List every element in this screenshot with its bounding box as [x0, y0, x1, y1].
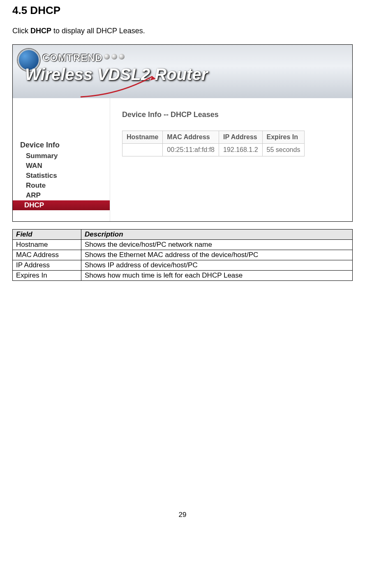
intro-suffix: to display all DHCP Leases. [51, 27, 145, 35]
field-name: Expires In [13, 271, 81, 281]
fields-header-field: Field [13, 230, 81, 240]
field-name: IP Address [13, 260, 81, 271]
sidebar-item-summary[interactable]: Summary [13, 151, 110, 161]
dhcp-leases-table: Hostname MAC Address IP Address Expires … [122, 131, 305, 156]
field-name: Hostname [13, 240, 81, 250]
table-row: 00:25:11:af:fd:f8 192.168.1.2 55 seconds [122, 144, 305, 156]
page-number: 29 [12, 511, 353, 519]
fields-header-desc: Description [81, 230, 353, 240]
table-header-row: Hostname MAC Address IP Address Expires … [122, 131, 305, 144]
sidebar-item-dhcp[interactable]: DHCP [13, 200, 110, 210]
fields-row: Hostname Shows the device/host/PC networ… [13, 240, 353, 250]
section-title: 4.5 DHCP [12, 4, 353, 17]
field-name: MAC Address [13, 250, 81, 260]
intro-text: Click DHCP to display all DHCP Leases. [12, 27, 353, 35]
router-screenshot: COMTREND Wireless VDSL2 Router Device In… [12, 44, 353, 222]
fields-row: IP Address Shows IP address of device/ho… [13, 260, 353, 271]
field-desc: Shows the Ethernet MAC address of the de… [81, 250, 353, 260]
cell-hostname [122, 144, 163, 156]
product-title: Wireless VDSL2 Router [25, 65, 208, 84]
sidebar-item-route[interactable]: Route [13, 181, 110, 191]
sidebar-item-wan[interactable]: WAN [13, 161, 110, 171]
cell-mac: 00:25:11:af:fd:f8 [163, 144, 219, 156]
cell-expires: 55 seconds [262, 144, 305, 156]
brand-text: COMTREND [42, 52, 103, 64]
decor-dots [104, 54, 125, 60]
intro-prefix: Click [12, 27, 30, 35]
intro-bold: DHCP [30, 27, 51, 35]
sidebar-heading[interactable]: Device Info [13, 139, 110, 151]
field-desc: Shows the device/host/PC network name [81, 240, 353, 250]
fields-row: MAC Address Shows the Ethernet MAC addre… [13, 250, 353, 260]
sidebar-item-statistics[interactable]: Statistics [13, 171, 110, 181]
field-description-table: Field Description Hostname Shows the dev… [12, 229, 353, 281]
field-desc: Shows how much time is left for each DHC… [81, 271, 353, 281]
fields-header-row: Field Description [13, 230, 353, 240]
col-ip: IP Address [219, 131, 263, 144]
fields-row: Expires In Shows how much time is left f… [13, 271, 353, 281]
col-hostname: Hostname [122, 131, 163, 144]
content-title: Device Info -- DHCP Leases [122, 110, 344, 119]
content-panel: Device Info -- DHCP Leases Hostname MAC … [110, 98, 352, 156]
field-desc: Shows IP address of device/host/PC [81, 260, 353, 271]
sidebar: Device Info Summary WAN Statistics Route… [13, 98, 110, 221]
col-expires: Expires In [262, 131, 305, 144]
sidebar-item-arp[interactable]: ARP [13, 191, 110, 200]
col-mac: MAC Address [163, 131, 219, 144]
cell-ip: 192.168.1.2 [219, 144, 263, 156]
banner: COMTREND Wireless VDSL2 Router [13, 45, 352, 98]
